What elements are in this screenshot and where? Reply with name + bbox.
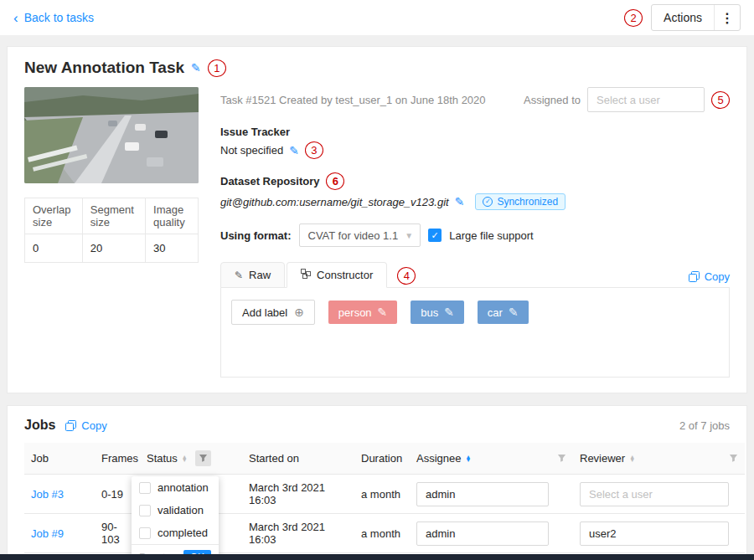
task-params-table: Overlap size Segment size Image quality … <box>24 198 199 263</box>
sort-reviewer-control[interactable]: ▲▼ <box>629 455 635 462</box>
task-body: Overlap size Segment size Image quality … <box>24 87 730 378</box>
jobs-header: Jobs Copy 2 of 7 jobs <box>24 418 730 433</box>
tab-constructor-label: Constructor <box>317 269 373 281</box>
callout-2: 2 <box>624 9 643 27</box>
reviewer-input[interactable] <box>580 521 729 546</box>
labels-copy-button[interactable]: Copy <box>689 270 730 288</box>
edit-label-icon[interactable]: ✎ <box>509 306 519 319</box>
callout-3: 3 <box>305 141 323 159</box>
frames-cell: 90-103 <box>101 521 120 546</box>
label-chip-person[interactable]: person ✎ <box>328 301 397 324</box>
assignee-filter-icon[interactable] <box>557 454 566 463</box>
labels-tabs-row: ✎ Raw Constructor 4 Copy <box>220 262 730 288</box>
large-file-checkbox[interactable]: ✓ <box>428 229 442 242</box>
format-select[interactable]: CVAT for video 1.1 ▼ <box>299 223 421 247</box>
param-value-segment: 20 <box>82 234 145 263</box>
copy-icon <box>65 420 76 431</box>
assigned-to-label: Assigned to <box>524 94 581 106</box>
label-chip-bus[interactable]: bus ✎ <box>411 301 464 324</box>
constructor-block-icon <box>301 269 311 281</box>
status-filter-dropdown: annotation validation completed Reset OK <box>132 476 219 560</box>
plus-circle-icon: ⊕ <box>294 306 304 319</box>
dataset-repository-label: Dataset Repository 6 <box>220 172 730 190</box>
more-vertical-icon[interactable]: ⋮ <box>715 10 740 26</box>
duration-cell: a month <box>361 527 400 540</box>
param-value-overlap: 0 <box>25 234 83 263</box>
col-duration: Duration <box>361 452 402 465</box>
edit-label-icon[interactable]: ✎ <box>378 306 388 319</box>
job-link[interactable]: Job #9 <box>31 527 64 540</box>
using-format-row: Using format: CVAT for video 1.1 ▼ ✓ Lar… <box>220 223 730 247</box>
assignee-input[interactable] <box>416 482 549 506</box>
bottom-dark-strip <box>0 554 754 560</box>
checkbox-icon[interactable] <box>139 527 151 539</box>
status-filter-icon[interactable] <box>195 450 211 466</box>
back-to-tasks-link[interactable]: ‹ Back to tasks <box>13 11 94 25</box>
actions-button[interactable]: Actions ⋮ <box>651 4 741 31</box>
jobs-card: Jobs Copy 2 of 7 jobs Job Frames Status … <box>7 405 747 560</box>
param-header-segment: Segment size <box>82 198 145 234</box>
frames-cell: 0-19 <box>101 488 123 501</box>
edit-label-icon[interactable]: ✎ <box>444 306 454 319</box>
labels-copy-label: Copy <box>705 270 730 283</box>
tab-constructor[interactable]: Constructor <box>287 262 387 288</box>
reviewer-input[interactable] <box>580 482 729 506</box>
callout-4: 4 <box>397 267 416 285</box>
labels-constructor-panel: Add label ⊕ person ✎ bus ✎ car ✎ <box>220 287 730 378</box>
job-link[interactable]: Job #3 <box>31 488 64 501</box>
assignee-input[interactable] <box>416 521 549 546</box>
dataset-repository-label-text: Dataset Repository <box>220 175 319 188</box>
edit-title-icon[interactable]: ✎ <box>191 61 201 74</box>
task-preview-image <box>24 87 199 183</box>
checkbox-icon[interactable] <box>139 505 151 516</box>
jobs-title: Jobs <box>24 418 55 433</box>
add-label-button[interactable]: Add label ⊕ <box>231 300 315 325</box>
topbar-right: 2 Actions ⋮ <box>624 4 741 31</box>
callout-1: 1 <box>208 59 226 77</box>
filter-option-validation[interactable]: validation <box>132 499 219 521</box>
tab-raw-label: Raw <box>249 269 271 281</box>
filter-option-annotation[interactable]: annotation <box>132 476 219 499</box>
synchronized-badge[interactable]: ✓ Synchronized <box>475 193 566 210</box>
pencil-icon: ✎ <box>235 270 243 281</box>
top-bar: ‹ Back to tasks 2 Actions ⋮ <box>0 0 754 35</box>
filter-option-completed[interactable]: completed <box>132 521 219 544</box>
check-circle-icon: ✓ <box>483 197 493 207</box>
assignee-select-input[interactable] <box>587 87 705 112</box>
jobs-copy-button[interactable]: Copy <box>65 419 106 432</box>
sort-assignee-control[interactable]: ▲▼ <box>465 455 471 462</box>
add-label-text: Add label <box>242 306 287 319</box>
col-started-on: Started on <box>249 452 299 465</box>
sort-status-control[interactable]: ▲▼ <box>182 455 188 462</box>
edit-repository-icon[interactable]: ✎ <box>455 195 465 208</box>
started-cell: March 3rd 2021 16:03 <box>249 481 325 506</box>
using-format-label: Using format: <box>220 229 292 242</box>
tab-raw[interactable]: ✎ Raw <box>220 262 285 288</box>
dataset-repository-value-row: git@github.com:username/git_storage_v123… <box>220 193 730 210</box>
task-meta-row: Task #1521 Created by test_user_1 on Jun… <box>220 87 730 112</box>
format-select-value: CVAT for video 1.1 <box>308 229 399 242</box>
label-chip-car-name: car <box>488 306 503 319</box>
page-title: New Annotation Task <box>24 59 184 77</box>
col-job: Job <box>31 452 49 465</box>
back-chevron-icon: ‹ <box>13 11 18 25</box>
jobs-copy-label: Copy <box>81 419 106 432</box>
assigned-to-group: Assigned to 5 <box>524 87 730 112</box>
filter-option-label: validation <box>158 504 204 516</box>
copy-icon <box>689 271 700 282</box>
filter-option-label: annotation <box>158 481 209 494</box>
label-chip-person-name: person <box>338 306 372 319</box>
actions-label: Actions <box>652 11 714 24</box>
param-header-overlap: Overlap size <box>25 198 83 234</box>
task-title-row: New Annotation Task ✎ 1 <box>24 59 730 77</box>
param-header-quality: Image quality <box>146 198 199 234</box>
edit-issue-tracker-icon[interactable]: ✎ <box>289 144 299 157</box>
dataset-repository-url: git@github.com:username/git_storage_v123… <box>220 196 449 208</box>
large-file-label: Large file support <box>449 229 533 242</box>
reviewer-filter-icon[interactable] <box>729 454 738 463</box>
issue-tracker-value-row: Not specified ✎ 3 <box>220 141 730 159</box>
checkbox-icon[interactable] <box>139 482 151 494</box>
col-reviewer: Reviewer <box>580 452 625 465</box>
label-chip-car[interactable]: car ✎ <box>478 301 529 324</box>
filter-option-label: completed <box>158 527 208 539</box>
